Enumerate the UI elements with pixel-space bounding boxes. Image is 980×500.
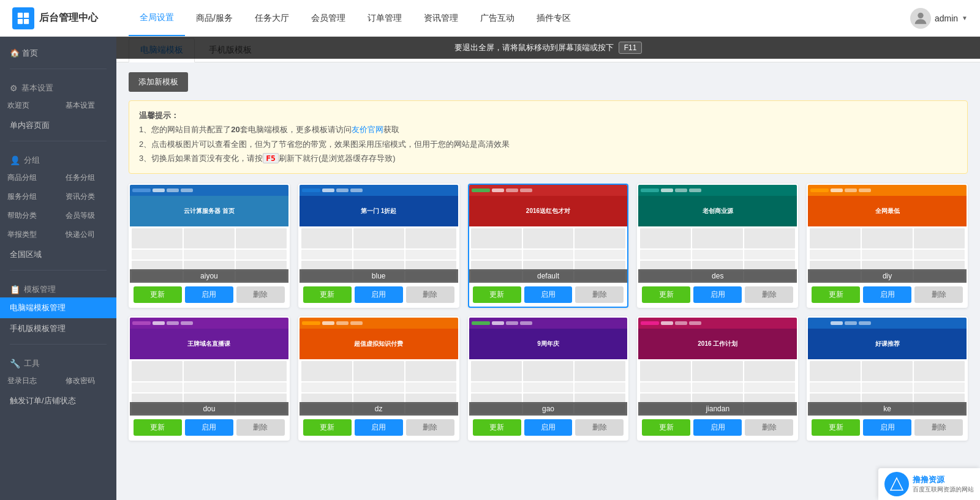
nav-item-任务大厅[interactable]: 任务大厅 — [244, 0, 300, 36]
enable-btn-des[interactable]: 启用 — [693, 286, 742, 303]
update-btn-gao[interactable]: 更新 — [473, 419, 521, 436]
delete-btn-default[interactable]: 删除 — [575, 286, 624, 303]
nav-item-广告互动[interactable]: 广告互动 — [469, 0, 526, 36]
template-thumb-jiandan[interactable]: 2016 工作计划 jiandan — [638, 318, 797, 416]
enable-btn-dou[interactable]: 启用 — [185, 419, 233, 436]
template-thumb-gao[interactable]: 9周年庆 gao — [469, 318, 628, 416]
sidebar-item-welcome[interactable]: 欢迎页 — [0, 96, 58, 115]
update-btn-diy[interactable]: 更新 — [812, 286, 860, 303]
sidebar-item-trigger-order[interactable]: 触发订单/店铺状态 — [0, 390, 116, 411]
template-thumb-dou[interactable]: 王牌域名直播课 dou — [130, 318, 288, 416]
enable-btn-ke[interactable]: 启用 — [863, 419, 911, 436]
template-name-des: des — [638, 269, 797, 283]
template-actions-aiyou: 更新 启用 删除 — [130, 283, 288, 307]
template-actions-jiandan: 更新 启用 删除 — [638, 416, 797, 439]
nav-item-插件专区[interactable]: 插件专区 — [526, 0, 582, 36]
update-btn-default[interactable]: 更新 — [473, 286, 521, 303]
sidebar-item-region[interactable]: 全国区域 — [0, 244, 116, 265]
username: admin — [935, 13, 958, 23]
watermark-logo — [884, 472, 909, 496]
sidebar-title-template: 📋 模板管理 — [0, 279, 116, 297]
delete-btn-des[interactable]: 删除 — [745, 286, 793, 303]
template-thumb-aiyou[interactable]: 云计算服务器 首页 aiyou — [130, 185, 288, 283]
delete-btn-ke[interactable]: 删除 — [914, 419, 963, 436]
nav-items: 全局设置商品/服务任务大厅会员管理订单管理资讯管理广告互动插件专区 — [129, 0, 910, 36]
nav-item-会员管理[interactable]: 会员管理 — [300, 0, 356, 36]
delete-btn-gao[interactable]: 删除 — [575, 419, 624, 436]
template-actions-default: 更新 启用 删除 — [469, 283, 628, 307]
update-btn-blue[interactable]: 更新 — [303, 286, 352, 303]
warning-box: 温馨提示： 1、您的网站目前共配置了20套电脑端模板，更多模板请访问友价官网获取… — [129, 100, 968, 174]
sidebar-item-login-log[interactable]: 登录日志 — [0, 371, 58, 390]
divider-1 — [10, 69, 107, 69]
enable-btn-dz[interactable]: 启用 — [355, 419, 403, 436]
watermark-text: 撸撸资源 百度互联网资源的网站 — [913, 474, 974, 494]
nav-item-资讯管理[interactable]: 资讯管理 — [413, 0, 469, 36]
nav-item-全局设置[interactable]: 全局设置 — [129, 0, 185, 36]
svg-rect-0 — [18, 12, 23, 17]
delete-btn-aiyou[interactable]: 删除 — [236, 286, 285, 303]
template-thumb-blue[interactable]: 第一门 1折起 blue — [300, 185, 458, 283]
top-nav: 后台管理中心 全局设置商品/服务任务大厅会员管理订单管理资讯管理广告互动插件专区… — [0, 0, 980, 37]
enable-btn-default[interactable]: 启用 — [524, 286, 573, 303]
sidebar-item-product-group[interactable]: 商品分组 — [0, 168, 58, 187]
enable-btn-aiyou[interactable]: 启用 — [185, 286, 233, 303]
sidebar-item-mobile-template[interactable]: 手机版模板管理 — [0, 318, 116, 339]
sidebar-item-task-group[interactable]: 任务分组 — [58, 168, 116, 187]
update-btn-dou[interactable]: 更新 — [134, 419, 182, 436]
sidebar-item-service-group[interactable]: 服务分组 — [0, 187, 58, 206]
delete-btn-dz[interactable]: 删除 — [406, 419, 454, 436]
update-btn-aiyou[interactable]: 更新 — [134, 286, 182, 303]
sidebar-item-member-level[interactable]: 会员等级 — [58, 206, 116, 225]
delete-btn-blue[interactable]: 删除 — [406, 286, 454, 303]
sidebar-item-news-category[interactable]: 资讯分类 — [58, 187, 116, 206]
add-template-button[interactable]: 添加新模板 — [129, 72, 188, 92]
update-btn-jiandan[interactable]: 更新 — [642, 419, 690, 436]
update-btn-des[interactable]: 更新 — [642, 286, 690, 303]
sidebar-item-pc-template[interactable]: 电脑端模板管理 — [0, 297, 116, 318]
group-icon: 👤 — [10, 155, 20, 165]
enable-btn-blue[interactable]: 启用 — [355, 286, 403, 303]
sidebar-item-help-category[interactable]: 帮助分类 — [0, 206, 58, 225]
template-thumb-dz[interactable]: 超值虚拟知识付费 dz — [300, 318, 458, 416]
sidebar-item-single-page[interactable]: 单内容页面 — [0, 115, 116, 136]
enable-btn-diy[interactable]: 启用 — [863, 286, 911, 303]
avatar — [910, 8, 931, 29]
nav-item-商品/服务[interactable]: 商品/服务 — [185, 0, 244, 36]
divider-2 — [10, 141, 107, 141]
template-icon: 📋 — [10, 285, 20, 294]
divider-4 — [10, 344, 107, 345]
svg-point-4 — [918, 12, 923, 18]
warning-line-3: 3、切换后如果首页没有变化，请按F5刷新下就行(是浏览器缓存存导致) — [139, 151, 957, 165]
delete-btn-dou[interactable]: 删除 — [236, 419, 285, 436]
delete-btn-diy[interactable]: 删除 — [914, 286, 963, 303]
template-card-aiyou: 云计算服务器 首页 aiyou — [129, 184, 290, 308]
sidebar-item-home[interactable]: 🏠 首页 — [0, 43, 116, 64]
friend-link[interactable]: 友价官网 — [352, 125, 383, 134]
dropdown-arrow-icon: ▼ — [962, 15, 968, 21]
template-actions-diy: 更新 启用 删除 — [808, 283, 967, 307]
template-thumb-default[interactable]: 2016送红包才对 default — [469, 185, 628, 283]
template-thumb-ke[interactable]: 好课推荐 ke — [808, 318, 967, 416]
logo-icon — [12, 7, 34, 29]
svg-rect-2 — [18, 18, 23, 23]
template-actions-blue: 更新 启用 删除 — [300, 283, 458, 307]
sidebar-item-express[interactable]: 快递公司 — [58, 225, 116, 244]
enable-btn-gao[interactable]: 启用 — [524, 419, 573, 436]
delete-btn-jiandan[interactable]: 删除 — [745, 419, 793, 436]
template-actions-dz: 更新 启用 删除 — [300, 416, 458, 439]
update-btn-ke[interactable]: 更新 — [812, 419, 860, 436]
settings-icon: ⚙ — [10, 83, 18, 93]
sidebar-item-basic-settings[interactable]: 基本设置 — [58, 96, 116, 115]
enable-btn-jiandan[interactable]: 启用 — [693, 419, 742, 436]
sidebar-section-template: 📋 模板管理 电脑端模板管理 手机版模板管理 — [0, 273, 116, 341]
user-area[interactable]: admin ▼ — [910, 8, 968, 29]
watermark-subtitle: 百度互联网资源的网站 — [913, 485, 974, 494]
template-thumb-des[interactable]: 老创商业源 des — [638, 185, 797, 283]
nav-item-订单管理[interactable]: 订单管理 — [356, 0, 413, 36]
update-btn-dz[interactable]: 更新 — [303, 419, 352, 436]
sidebar-item-report-type[interactable]: 举报类型 — [0, 225, 58, 244]
sidebar-item-change-pwd[interactable]: 修改密码 — [58, 371, 116, 390]
template-thumb-diy[interactable]: 全网最低 diy — [808, 185, 967, 283]
tools-icon: 🔧 — [10, 359, 20, 368]
